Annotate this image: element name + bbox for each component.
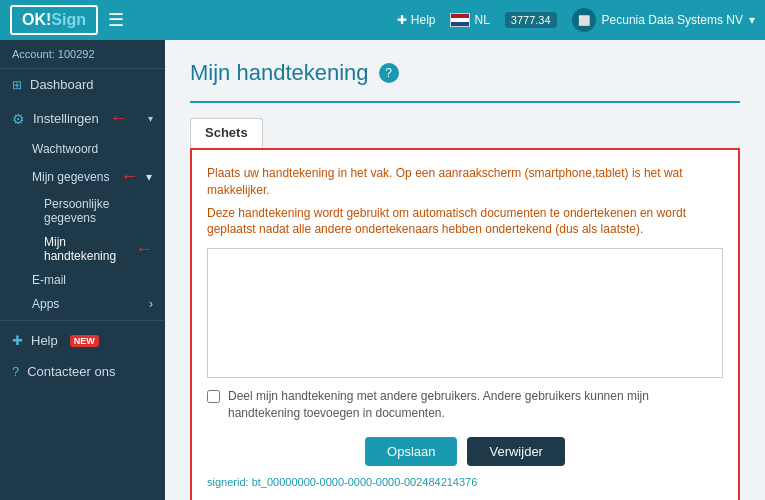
info-text-line2: Deze handtekening wordt gebruikt om auto… bbox=[207, 205, 723, 239]
contact-icon: ? bbox=[12, 364, 19, 379]
handtekening-arrow-indicator: ← bbox=[135, 239, 153, 260]
page-title-row: Mijn handtekening ? bbox=[190, 60, 740, 86]
account-avatar: ⬜ bbox=[572, 8, 596, 32]
sidebar-apps-label: Apps bbox=[32, 297, 59, 311]
help-label: Help bbox=[411, 13, 436, 27]
sidebar-item-handtekening[interactable]: Mijn handtekening ← bbox=[0, 230, 165, 268]
main-layout: Account: 100292 ⊞ Dashboard ⚙ Instelling… bbox=[0, 40, 765, 500]
tab-bar: Schets bbox=[190, 118, 740, 148]
share-checkbox[interactable] bbox=[207, 390, 220, 403]
page-title: Mijn handtekening bbox=[190, 60, 369, 86]
sidebar-item-persoonlijke[interactable]: Persoonlijke gegevens bbox=[0, 192, 165, 230]
sidebar-contact-label: Contacteer ons bbox=[27, 364, 115, 379]
delete-button[interactable]: Verwijder bbox=[467, 437, 564, 466]
sidebar-item-mijn-gegevens[interactable]: Mijn gegevens ← ▾ bbox=[0, 161, 165, 192]
content-area: Mijn handtekening ? Schets Plaats uw han… bbox=[165, 40, 765, 500]
mijn-gegevens-chevron-icon: ▾ bbox=[146, 170, 152, 184]
header-right: ✚ Help NL 3777.34 ⬜ Pecunia Data Systems… bbox=[397, 8, 755, 32]
brand-ok: OK! bbox=[22, 11, 51, 28]
sidebar-wachtwoord-label: Wachtwoord bbox=[32, 142, 98, 156]
sidebar-settings-label: Instellingen bbox=[33, 111, 99, 126]
mijn-gegevens-arrow-indicator: ← bbox=[120, 166, 138, 187]
header-left: OK!Sign ☰ bbox=[10, 5, 124, 35]
settings-arrow-indicator: ← bbox=[110, 108, 128, 129]
account-menu[interactable]: ⬜ Pecunia Data Systems NV ▾ bbox=[572, 8, 755, 32]
brand-sign: Sign bbox=[51, 11, 86, 28]
dashboard-icon: ⊞ bbox=[12, 78, 22, 92]
sidebar: Account: 100292 ⊞ Dashboard ⚙ Instelling… bbox=[0, 40, 165, 500]
help-sidebar-icon: ✚ bbox=[12, 333, 23, 348]
help-button[interactable]: ✚ Help bbox=[397, 13, 436, 27]
flag-code: NL bbox=[474, 13, 489, 27]
sidebar-item-settings[interactable]: ⚙ Instellingen ← ▾ bbox=[0, 100, 165, 137]
brand-logo: OK!Sign bbox=[10, 5, 98, 35]
flag-nl-icon bbox=[450, 13, 470, 27]
sidebar-help-label: Help bbox=[31, 333, 58, 348]
signer-id: signerid: bt_00000000-0000-0000-0000-002… bbox=[207, 476, 723, 488]
hamburger-icon[interactable]: ☰ bbox=[108, 9, 124, 31]
sidebar-item-contact[interactable]: ? Contacteer ons bbox=[0, 356, 165, 387]
share-text: Deel mijn handtekening met andere gebrui… bbox=[228, 388, 723, 422]
title-help-button[interactable]: ? bbox=[379, 63, 399, 83]
info-text-line1: Plaats uw handtekening in het vak. Op ee… bbox=[207, 165, 723, 199]
sidebar-item-apps[interactable]: Apps › bbox=[0, 292, 165, 316]
sidebar-account: Account: 100292 bbox=[0, 40, 165, 69]
sidebar-item-dashboard[interactable]: ⊞ Dashboard bbox=[0, 69, 165, 100]
settings-chevron-icon: ▾ bbox=[148, 113, 153, 124]
new-badge: NEW bbox=[70, 335, 99, 347]
button-row: Opslaan Verwijder bbox=[207, 437, 723, 466]
save-button[interactable]: Opslaan bbox=[365, 437, 457, 466]
top-header: OK!Sign ☰ ✚ Help NL 3777.34 ⬜ Pecunia Da… bbox=[0, 0, 765, 40]
tab-schets[interactable]: Schets bbox=[190, 118, 263, 148]
sidebar-divider bbox=[0, 320, 165, 321]
sidebar-item-help[interactable]: ✚ Help NEW bbox=[0, 325, 165, 356]
title-underline bbox=[190, 101, 740, 103]
sidebar-dashboard-label: Dashboard bbox=[30, 77, 94, 92]
sidebar-mijn-gegevens-label: Mijn gegevens bbox=[32, 170, 109, 184]
signature-box: Plaats uw handtekening in het vak. Op ee… bbox=[190, 148, 740, 500]
sidebar-persoonlijke-label: Persoonlijke gegevens bbox=[44, 197, 153, 225]
sidebar-item-wachtwoord[interactable]: Wachtwoord bbox=[0, 137, 165, 161]
account-name: Pecunia Data Systems NV bbox=[602, 13, 743, 27]
sidebar-email-label: E-mail bbox=[32, 273, 66, 287]
language-selector[interactable]: NL bbox=[450, 13, 489, 27]
signature-canvas[interactable] bbox=[207, 248, 723, 378]
share-row: Deel mijn handtekening met andere gebrui… bbox=[207, 388, 723, 422]
credit-amount[interactable]: 3777.34 bbox=[505, 12, 557, 28]
account-chevron: ▾ bbox=[749, 13, 755, 27]
help-plus-icon: ✚ bbox=[397, 13, 407, 27]
sidebar-item-email[interactable]: E-mail bbox=[0, 268, 165, 292]
gear-icon: ⚙ bbox=[12, 111, 25, 127]
apps-chevron-icon: › bbox=[149, 297, 153, 311]
sidebar-handtekening-label: Mijn handtekening bbox=[44, 235, 124, 263]
